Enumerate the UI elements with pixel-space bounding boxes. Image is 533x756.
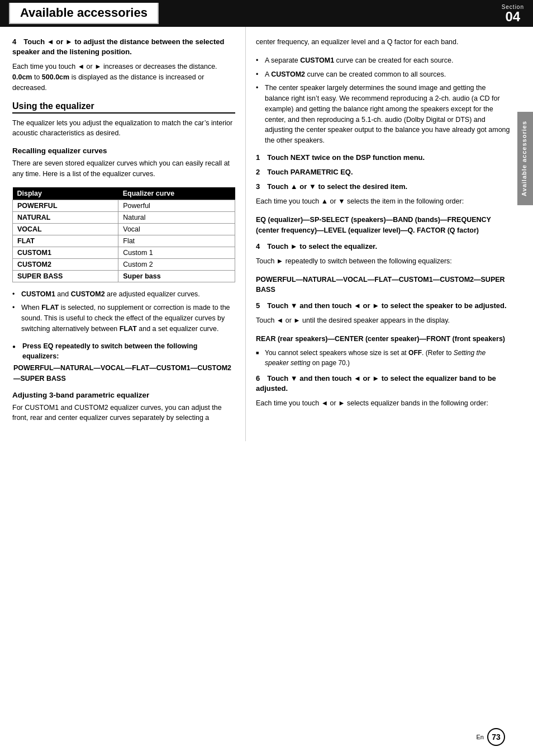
step6-heading: 6 Touch ▼ and then touch ◄ or ► to selec… [256, 374, 511, 394]
right-column: center frequency, an equalizer level and… [246, 27, 533, 441]
table-cell-display: FLAT [13, 235, 118, 247]
step4-distance-body: Each time you touch ◄ or ► increases or … [12, 62, 235, 93]
left-column: 4 Touch ◄ or ► to adjust the distance be… [0, 27, 246, 441]
step5-heading: 5 Touch ▼ and then touch ◄ or ► to selec… [256, 301, 511, 311]
using-equalizer-heading: Using the equalizer [12, 101, 235, 114]
right-bullets: A separate CUSTOM1 curve can be created … [256, 55, 511, 146]
step3-body: Each time you touch ▲ or ▼ selects the i… [256, 196, 511, 207]
table-cell-display: VOCAL [13, 223, 118, 235]
table-cell-curve: Natural [118, 211, 235, 223]
side-tab: Available accessories [517, 112, 533, 205]
table-cell-curve: Flat [118, 235, 235, 247]
bullets1: CUSTOM1 and CUSTOM2 are adjusted equaliz… [12, 289, 235, 334]
step4-seq: POWERFUL—NATURAL—VOCAL—FLAT—CUSTOM1—CUST… [256, 275, 511, 296]
list-item: When FLAT is selected, no supplement or … [12, 303, 235, 334]
parametric-eq-heading: Adjusting 3-band parametric equalizer [12, 391, 235, 399]
list-item: A separate CUSTOM1 curve can be created … [256, 55, 511, 66]
sq-bullet-block: ● Press EQ repeatedly to switch between … [12, 341, 235, 384]
list-item: CUSTOM1 and CUSTOM2 are adjusted equaliz… [12, 289, 235, 300]
table-cell-display: POWERFUL [13, 200, 118, 211]
list-item: A CUSTOM2 curve can be created common to… [256, 69, 511, 80]
table-cell-display: SUPER BASS [13, 270, 118, 282]
step4-eq-heading: 4 Touch ► to select the equalizer. [256, 242, 511, 252]
table-col2-header: Equalizer curve [118, 187, 235, 200]
step2-heading: 2 Touch PARAMETRIC EQ. [256, 167, 511, 177]
recalling-intro: There are seven stored equalizer curves … [12, 158, 235, 179]
step3-heading: 3 Touch ▲ or ▼ to select the desired ite… [256, 182, 511, 192]
table-cell-display: NATURAL [13, 211, 118, 223]
step4-distance-heading: 4 Touch ◄ or ► to adjust the distance be… [12, 37, 235, 57]
page-number: 73 [487, 728, 505, 746]
section-intro: The equalizer lets you adjust the equali… [12, 118, 235, 139]
recalling-heading: Recalling equalizer curves [12, 147, 235, 155]
content-wrapper: 4 Touch ◄ or ► to adjust the distance be… [0, 27, 533, 441]
step1-heading: 1 Touch NEXT twice on the DSP function m… [256, 153, 511, 163]
list-item: The center speaker largely determines th… [256, 83, 511, 146]
table-cell-curve: Super bass [118, 270, 235, 282]
page-title: Available accessories [9, 3, 159, 24]
step6-body: Each time you touch ◄ or ► selects equal… [256, 398, 511, 409]
table-cell-curve: Powerful [118, 200, 235, 211]
step5-note: You cannot select speakers whose size is… [256, 348, 511, 368]
table-cell-curve: Custom 2 [118, 258, 235, 270]
section-badge: Section 04 [502, 4, 524, 23]
parametric-eq-intro: For CUSTOM1 and CUSTOM2 equalizer curves… [12, 403, 235, 424]
right-intro: center frequency, an equalizer level and… [256, 37, 511, 48]
footer: En 73 [477, 728, 505, 746]
table-cell-display: CUSTOM2 [13, 258, 118, 270]
table-cell-curve: Custom 1 [118, 247, 235, 258]
table-cell-curve: Vocal [118, 223, 235, 235]
table-col1-header: Display [13, 187, 118, 200]
step3-seq: EQ (equalizer)—SP-SELECT (speakers)—BAND… [256, 215, 511, 236]
step5-seq: REAR (rear speakers)—CENTER (center spea… [256, 334, 511, 344]
equalizer-table: Display Equalizer curve POWERFULPowerful… [12, 187, 235, 282]
eq-sequence1: POWERFUL—NATURAL—VOCAL—FLAT—CUSTOM1—CUST… [12, 363, 235, 384]
page-header: Available accessories Section 04 [0, 0, 533, 27]
step5-body: Touch ◄ or ► until the desired speaker a… [256, 315, 511, 326]
step4-eq-body: Touch ► repeatedly to switch between the… [256, 256, 511, 267]
table-cell-display: CUSTOM1 [13, 247, 118, 258]
